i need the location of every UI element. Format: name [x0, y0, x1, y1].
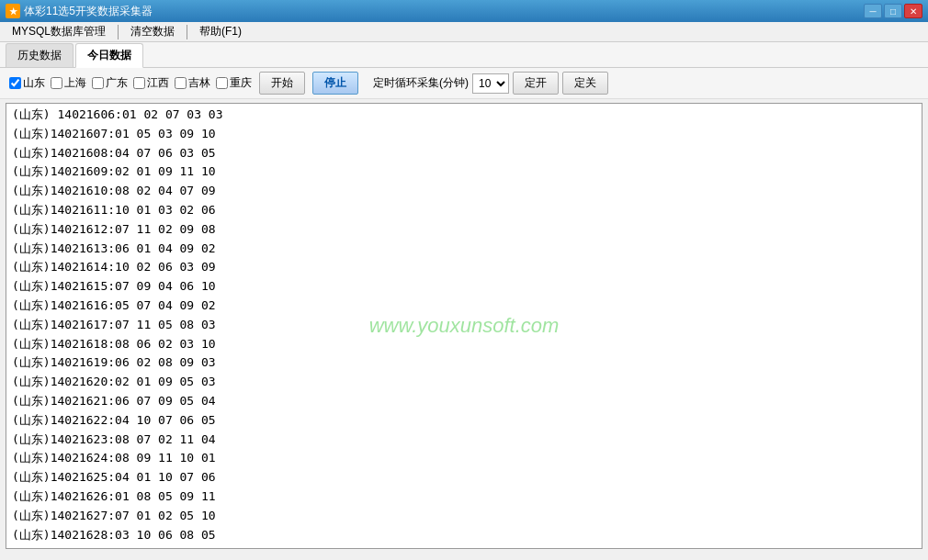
- stop-timer-button[interactable]: 定关: [562, 72, 608, 95]
- menu-clear[interactable]: 清空数据: [122, 21, 183, 42]
- checkbox-shandong[interactable]: 山东: [9, 75, 45, 91]
- title-bar: ★ 体彩11选5开奖数据采集器 ─ □ ✕: [0, 0, 928, 22]
- log-line: (山东)14021628:03 10 06 08 05: [12, 526, 916, 545]
- maximize-button[interactable]: □: [884, 4, 902, 18]
- minimize-button[interactable]: ─: [864, 4, 882, 18]
- log-line: (山东)14021627:07 01 02 05 10: [12, 507, 916, 526]
- tab-history[interactable]: 历史数据: [6, 43, 74, 67]
- menu-separator-1: [118, 25, 119, 39]
- log-line: (山东)14021619:06 02 08 09 03: [12, 353, 916, 373]
- log-line: (山东)14021616:05 07 04 09 02: [12, 297, 916, 316]
- data-log[interactable]: (山东) 14021606:01 02 07 03 03(山东)14021607…: [6, 104, 922, 548]
- log-line: (山东)14021615:07 09 04 06 10: [12, 277, 916, 297]
- checkbox-jiangxi[interactable]: 江西: [133, 75, 169, 91]
- checkbox-guangdong[interactable]: 广东: [92, 75, 128, 91]
- checkbox-group: 山东 上海 广东 江西 吉林 重庆: [9, 75, 252, 91]
- log-line: (山东)14021607:01 05 03 09 10: [12, 125, 916, 144]
- log-line: (山东)14021611:10 01 03 02 06: [12, 201, 916, 220]
- log-line: (山东)14021621:06 07 09 05 04: [12, 392, 916, 411]
- timer-group: 定时循环采集(分钟) 5 10 15 20 30 定开 定关: [373, 72, 608, 95]
- checkbox-shanghai[interactable]: 上海: [51, 75, 86, 91]
- log-line: (山东)14021626:01 08 05 09 11: [12, 487, 916, 507]
- menu-bar: MYSQL数据库管理 清空数据 帮助(F1): [0, 22, 928, 42]
- log-line: (山东)14021620:02 01 09 05 03: [12, 373, 916, 392]
- start-timer-button[interactable]: 定开: [513, 72, 559, 95]
- window-title: 体彩11选5开奖数据采集器: [24, 4, 153, 19]
- log-line: (山东) 14021606:01 02 07 03 03: [12, 106, 916, 125]
- menu-help[interactable]: 帮助(F1): [191, 21, 250, 42]
- log-line: (山东)14021614:10 02 06 03 09: [12, 258, 916, 277]
- log-line: (山东)14021613:06 01 04 09 02: [12, 240, 916, 259]
- stop-button[interactable]: 停止: [312, 72, 358, 95]
- timer-select[interactable]: 5 10 15 20 30: [472, 73, 509, 94]
- log-line: (山东)14021625:04 01 10 07 06: [12, 468, 916, 487]
- app-icon: ★: [6, 4, 20, 18]
- window-controls: ─ □ ✕: [864, 4, 922, 18]
- checkbox-jilin[interactable]: 吉林: [175, 75, 210, 91]
- log-line: (山东)14021612:07 11 02 09 08: [12, 220, 916, 240]
- content-area: (山东) 14021606:01 02 07 03 03(山东)14021607…: [6, 103, 922, 549]
- toolbar: 山东 上海 广东 江西 吉林 重庆 开始 停止 定时循环采集(分钟) 5 10 …: [0, 68, 928, 99]
- menu-mysql[interactable]: MYSQL数据库管理: [4, 21, 114, 42]
- menu-separator-2: [187, 25, 187, 39]
- log-line: (山东)14021618:08 06 02 03 10: [12, 335, 916, 354]
- tab-today[interactable]: 今日数据: [75, 43, 143, 68]
- log-line: (山东)14021622:04 10 07 06 05: [12, 411, 916, 431]
- log-line: (山东)14021608:04 07 06 03 05: [12, 144, 916, 163]
- close-button[interactable]: ✕: [904, 4, 922, 18]
- log-line: (山东)14021610:08 02 04 07 09: [12, 182, 916, 201]
- log-line: (山东)14021617:07 11 05 08 03: [12, 316, 916, 335]
- log-line: (山东)14021609:02 01 09 11 10: [12, 162, 916, 182]
- timer-label: 定时循环采集(分钟): [373, 75, 469, 91]
- start-button[interactable]: 开始: [259, 72, 305, 95]
- title-bar-left: ★ 体彩11选5开奖数据采集器: [6, 4, 153, 19]
- tab-bar: 历史数据 今日数据: [0, 42, 928, 68]
- log-line: (山东)14021624:08 09 11 10 01: [12, 449, 916, 468]
- checkbox-chongqing[interactable]: 重庆: [216, 75, 252, 91]
- log-line: (山东)14021623:08 07 02 11 04: [12, 431, 916, 450]
